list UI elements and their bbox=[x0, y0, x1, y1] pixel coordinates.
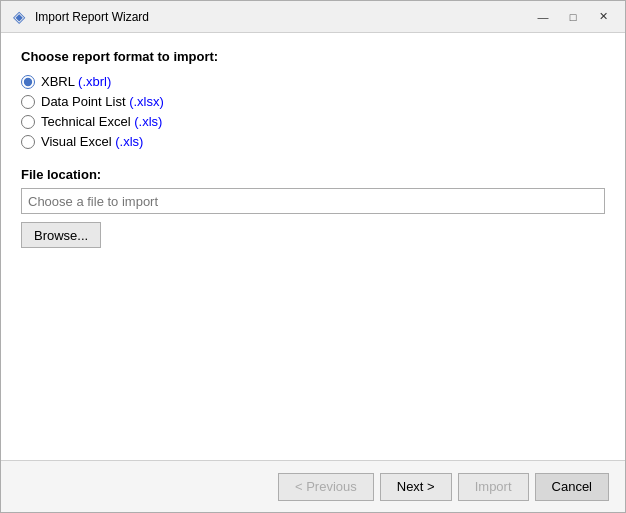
tech-excel-radio[interactable] bbox=[21, 115, 35, 129]
file-location-label: File location: bbox=[21, 167, 605, 182]
window-title: Import Report Wizard bbox=[35, 10, 529, 24]
tech-excel-option[interactable]: Technical Excel (.xls) bbox=[21, 114, 605, 129]
previous-button[interactable]: < Previous bbox=[278, 473, 374, 501]
window-controls: — □ ✕ bbox=[529, 6, 617, 28]
title-bar: ◈ Import Report Wizard — □ ✕ bbox=[1, 1, 625, 33]
data-point-option[interactable]: Data Point List (.xlsx) bbox=[21, 94, 605, 109]
close-button[interactable]: ✕ bbox=[589, 6, 617, 28]
wizard-footer: < Previous Next > Import Cancel bbox=[1, 460, 625, 512]
cancel-button[interactable]: Cancel bbox=[535, 473, 609, 501]
xbrl-label: XBRL (.xbrl) bbox=[41, 74, 111, 89]
app-icon: ◈ bbox=[9, 7, 29, 27]
format-section-label: Choose report format to import: bbox=[21, 49, 605, 64]
visual-excel-option[interactable]: Visual Excel (.xls) bbox=[21, 134, 605, 149]
browse-button[interactable]: Browse... bbox=[21, 222, 101, 248]
xbrl-option[interactable]: XBRL (.xbrl) bbox=[21, 74, 605, 89]
xbrl-radio[interactable] bbox=[21, 75, 35, 89]
data-point-label: Data Point List (.xlsx) bbox=[41, 94, 164, 109]
format-radio-group: XBRL (.xbrl) Data Point List (.xlsx) Tec… bbox=[21, 74, 605, 149]
visual-excel-radio[interactable] bbox=[21, 135, 35, 149]
next-button[interactable]: Next > bbox=[380, 473, 452, 501]
visual-excel-label: Visual Excel (.xls) bbox=[41, 134, 143, 149]
file-location-input[interactable] bbox=[21, 188, 605, 214]
data-point-radio[interactable] bbox=[21, 95, 35, 109]
import-button[interactable]: Import bbox=[458, 473, 529, 501]
minimize-button[interactable]: — bbox=[529, 6, 557, 28]
wizard-content: Choose report format to import: XBRL (.x… bbox=[1, 33, 625, 460]
wizard-window: ◈ Import Report Wizard — □ ✕ Choose repo… bbox=[0, 0, 626, 513]
tech-excel-label: Technical Excel (.xls) bbox=[41, 114, 162, 129]
maximize-button[interactable]: □ bbox=[559, 6, 587, 28]
